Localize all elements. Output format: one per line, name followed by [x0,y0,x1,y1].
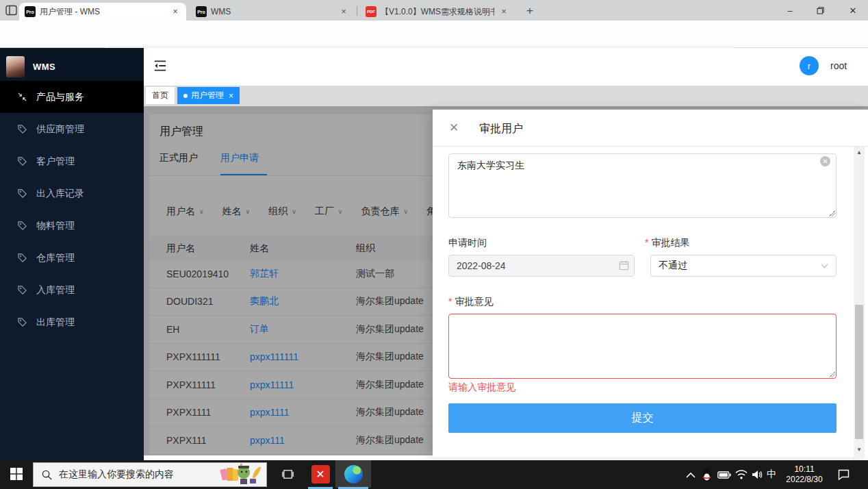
pro-favicon: Pro [25,6,36,17]
tray-qq-icon[interactable] [701,460,713,489]
calendar-icon [619,260,629,271]
red-x-app-icon: ✕ [311,465,330,484]
pdf-favicon: PDF [366,6,376,17]
user-avatar[interactable]: r [800,56,819,75]
edge-icon [344,465,363,484]
resize-handle-icon[interactable] [828,210,835,216]
result-label: *审批结果 [645,237,689,249]
browser-tab-2[interactable]: Pro WMS × [190,3,355,21]
tab-close-icon[interactable]: × [170,6,181,17]
action-center-icon[interactable] [838,460,850,489]
drawer-title: 审批用户 [479,122,523,136]
nav-tab-user-management[interactable]: 用户管理 × [177,87,240,104]
sidebar-item-label: 仓库管理 [36,252,75,264]
scrollbar-thumb[interactable] [855,305,863,439]
nav-tab-home[interactable]: 首页 [146,87,175,104]
sidebar-item-customers[interactable]: 客户管理 [0,145,144,177]
shrink-arrows-icon [17,92,27,102]
window-minimize-button[interactable]: – [775,0,805,21]
opinion-label: *审批意见 [448,296,493,308]
tag-icon [17,317,27,327]
browser-tab-strip: Pro 用户管理 - WMS × Pro WMS × PDF 【V1.0.0】W… [0,0,868,21]
sidebar-item-warehouses[interactable]: 仓库管理 [0,242,144,274]
screen: Pro 用户管理 - WMS × Pro WMS × PDF 【V1.0.0】W… [0,0,868,489]
scrollbar-down-icon[interactable]: ▼ [856,447,863,453]
task-view-button[interactable] [272,460,303,488]
browser-tab-3[interactable]: PDF 【V1.0.0】WMS需求规格说明书 × [360,3,515,21]
sidebar-item-label: 产品与服务 [36,91,84,103]
pro-favicon: Pro [196,6,207,17]
app-header [144,48,868,86]
tag-icon [17,188,27,199]
required-asterisk: * [448,296,452,307]
search-placeholder: 在这里输入你要搜索的内容 [59,468,174,481]
tab-close-icon[interactable]: × [338,6,349,17]
result-select[interactable]: 不通过 [650,255,837,277]
sidebar-item-suppliers[interactable]: 供应商管理 [0,113,144,145]
sidebar-item-label: 客户管理 [36,155,75,168]
browser-tab-active[interactable]: Pro 用户管理 - WMS × [19,3,186,21]
sidebar-logo: WMS [0,48,144,86]
tab-actions-icon[interactable] [5,5,17,16]
scrollbar-up-icon[interactable]: ▲ [856,149,863,155]
sidebar-item-materials[interactable]: 物料管理 [0,210,144,242]
sidebar-item-outbound[interactable]: 出库管理 [0,306,144,338]
logo-text: WMS [33,62,55,72]
sidebar-item-label: 入库管理 [36,284,75,297]
sidebar-item-inout-records[interactable]: 出入库记录 [0,177,144,210]
resize-handle-icon[interactable] [828,371,835,377]
tray-ime-indicator[interactable]: 中 [767,460,776,489]
nav-tab-close-icon[interactable]: × [229,91,233,101]
tag-icon [17,221,27,231]
drawer-close-icon[interactable]: ✕ [449,122,459,134]
sidebar-item-label: 出入库记录 [36,188,84,200]
user-name[interactable]: root [830,60,847,71]
tab-divider [357,6,357,16]
tray-clock[interactable]: 10:11 2022/8/30 [784,460,824,489]
opinion-textarea[interactable] [448,314,837,379]
tag-icon [17,124,27,134]
start-button[interactable] [0,460,33,488]
page-tab-bar [144,86,868,106]
clock-date: 2022/8/30 [784,475,824,485]
tab-close-icon[interactable]: × [498,6,509,17]
browser-tab-title: 用户管理 - WMS [40,6,166,18]
pinned-app-red-x[interactable]: ✕ [305,460,335,488]
apply-time-label: 申请时间 [448,237,487,249]
edge-taskbar-button[interactable] [335,460,371,488]
sidebar-item-products[interactable]: 产品与服务 [0,81,144,113]
result-select-value: 不通过 [659,260,687,272]
window-restore-button[interactable] [805,0,835,21]
clock-time: 10:11 [784,464,824,475]
new-tab-button[interactable]: + [523,5,537,18]
browser-tab-title: WMS [211,7,334,16]
tray-battery-icon[interactable] [717,460,731,489]
nav-tab-label: 用户管理 [191,90,224,101]
search-icon [42,470,52,480]
apply-time-input[interactable] [448,255,635,277]
tray-chevron-up-icon[interactable] [686,460,695,489]
browser-toolbar: 不安全 iot-dev.nangaoyun.com:17304/w/#/syst… [0,21,868,48]
menu-fold-icon[interactable] [153,60,167,72]
window-close-button[interactable]: ✕ [838,0,868,21]
required-asterisk: * [645,237,648,248]
clear-input-icon[interactable]: ✕ [820,156,830,166]
submit-button[interactable]: 提交 [448,403,837,433]
tray-volume-icon[interactable] [752,460,763,489]
nav-tab-label: 首页 [152,90,168,101]
tag-icon [17,253,27,263]
sidebar-item-label: 出库管理 [36,316,75,329]
approve-user-drawer: ✕ 审批用户 东南大学实习生 ✕ 申请时间 *审批结果 不通过 *审批意见 请输… [433,110,868,457]
active-dot-icon [183,94,188,98]
sidebar-item-inbound[interactable]: 入库管理 [0,274,144,306]
taskbar-search-box[interactable]: 在这里输入你要搜索的内容 [33,462,267,487]
chevron-down-icon [821,264,828,268]
logo-avatar [6,56,25,77]
tag-icon [17,285,27,295]
ime-label: 中 [767,468,776,481]
sidebar-item-label: 物料管理 [36,220,75,232]
browser-tab-title: 【V1.0.0】WMS需求规格说明书 [381,6,494,18]
description-textarea[interactable]: 东南大学实习生 [448,153,837,218]
tag-icon [17,156,27,166]
tray-wifi-icon[interactable] [735,460,748,489]
